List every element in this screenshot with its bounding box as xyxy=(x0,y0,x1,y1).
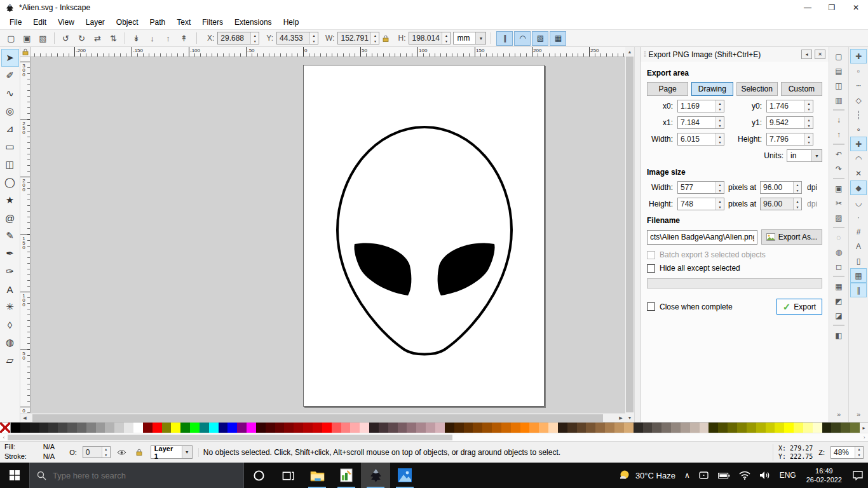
bezier-tool[interactable]: ✒ xyxy=(1,245,19,262)
snap-guides-toggle[interactable]: ∥ xyxy=(850,283,867,297)
image-width-spinner[interactable]: ▲▼ xyxy=(715,182,724,193)
palette-swatch[interactable] xyxy=(614,423,624,433)
scale-stroke-toggle[interactable]: ∥ xyxy=(496,31,513,46)
pencil-tool[interactable]: ✎ xyxy=(1,227,19,245)
palette-swatch[interactable] xyxy=(30,423,39,433)
lower-one-step-button[interactable]: ↓ xyxy=(144,31,160,46)
open-document-button[interactable]: ▤ xyxy=(831,64,847,78)
minimize-button[interactable]: — xyxy=(796,0,820,15)
spray-tool[interactable]: ✳ xyxy=(1,298,19,316)
snap-bbox-toggle[interactable]: ▫ xyxy=(850,64,867,78)
close-button[interactable]: ✕ xyxy=(844,0,868,15)
image-height-spinner[interactable]: ▲▼ xyxy=(715,198,724,210)
palette-swatch[interactable] xyxy=(520,423,530,433)
hide-except-selected-checkbox[interactable] xyxy=(647,264,655,273)
measure-tool[interactable]: ⊿ xyxy=(1,120,19,138)
palette-swatch[interactable] xyxy=(294,423,303,433)
palette-swatch[interactable] xyxy=(605,423,614,433)
y-field[interactable]: 44.353 ▲▼ xyxy=(276,32,318,44)
export-area-tab[interactable]: Selection xyxy=(736,82,778,96)
vertical-scrollbar-thumb[interactable] xyxy=(626,57,634,412)
spiral-tool[interactable]: @ xyxy=(1,209,19,227)
taskbar-search[interactable] xyxy=(29,463,244,488)
copy-button[interactable]: ▣ xyxy=(831,181,847,196)
palette-swatch[interactable] xyxy=(237,423,247,433)
box3d-tool[interactable]: ◫ xyxy=(1,156,19,173)
import-button[interactable]: ↓ xyxy=(831,112,847,127)
y1-spinner[interactable]: ▲▼ xyxy=(804,117,813,128)
x-field-spinner[interactable]: ▲▼ xyxy=(250,32,259,44)
show-hidden-icons-button[interactable]: ∧ xyxy=(680,463,695,488)
node-tool[interactable]: ✐ xyxy=(1,67,19,85)
text-tool[interactable]: A xyxy=(1,280,19,298)
menu-item[interactable]: Filters xyxy=(196,17,229,28)
palette-swatch[interactable] xyxy=(850,423,860,433)
image-width-field[interactable]: 577 ▲▼ xyxy=(677,181,724,194)
photo-editor-button[interactable] xyxy=(332,463,361,488)
snap-bbox-midpoints-toggle[interactable]: ┆ xyxy=(850,107,867,122)
image-height-field[interactable]: 748 ▲▼ xyxy=(677,198,724,210)
palette-swatch[interactable] xyxy=(153,423,162,433)
area-height-spinner[interactable]: ▲▼ xyxy=(804,133,813,145)
horizontal-scrollbar-thumb[interactable] xyxy=(32,414,603,422)
menu-item[interactable]: Help xyxy=(278,17,305,28)
palette-swatch[interactable] xyxy=(58,423,67,433)
palette-swatch[interactable] xyxy=(634,423,643,433)
area-width-field[interactable]: 6.015 ▲▼ xyxy=(677,133,724,146)
palette-swatch[interactable] xyxy=(86,423,96,433)
area-height-field[interactable]: 7.796 ▲▼ xyxy=(766,133,813,146)
palette-swatch[interactable] xyxy=(784,423,794,433)
palette-swatch[interactable] xyxy=(369,423,379,433)
scroll-right-icon[interactable]: ▶ xyxy=(616,414,625,423)
palette-swatch[interactable] xyxy=(661,423,671,433)
new-document-button[interactable]: ▢ xyxy=(831,49,847,64)
h-field-spinner[interactable]: ▲▼ xyxy=(442,32,450,44)
palette-swatch[interactable] xyxy=(77,423,86,433)
h-field[interactable]: 198.014 ▲▼ xyxy=(409,32,451,44)
clone-button[interactable]: ◩ xyxy=(831,294,847,308)
palette-swatch[interactable] xyxy=(464,423,473,433)
panel-collapse-button[interactable]: ◂ xyxy=(801,50,812,59)
cut-button[interactable]: ✂ xyxy=(831,196,847,210)
palette-swatch[interactable] xyxy=(652,423,661,433)
photos-app-button[interactable] xyxy=(390,463,419,488)
separator[interactable] xyxy=(833,276,844,277)
palette-swatch[interactable] xyxy=(124,423,133,433)
palette-swatch[interactable] xyxy=(794,423,803,433)
palette-swatch[interactable] xyxy=(313,423,322,433)
palette-swatch[interactable] xyxy=(162,423,172,433)
palette-swatch[interactable] xyxy=(700,423,709,433)
palette-swatch[interactable] xyxy=(501,423,511,433)
palette-swatch[interactable] xyxy=(548,423,558,433)
palette-swatch[interactable] xyxy=(180,423,190,433)
canvas[interactable] xyxy=(31,57,625,413)
palette-scrollbar-thumb[interactable] xyxy=(8,435,452,440)
x1-field[interactable]: 7.184 ▲▼ xyxy=(677,116,724,129)
palette-swatch[interactable] xyxy=(350,423,360,433)
horizontal-ruler[interactable]: -200-150-100-50050100150200250 xyxy=(31,47,625,57)
undo-button[interactable]: ↶ xyxy=(831,147,847,161)
vertical-scrollbar[interactable]: ▲ ▼ xyxy=(625,47,634,422)
palette-swatch[interactable] xyxy=(247,423,256,433)
palette-swatch[interactable] xyxy=(398,423,407,433)
eraser-tool[interactable]: ◊ xyxy=(1,316,19,334)
menu-item[interactable]: Edit xyxy=(27,17,52,28)
rotate-ccw-button[interactable]: ↺ xyxy=(58,31,74,46)
w-field[interactable]: 152.791 ▲▼ xyxy=(337,32,379,44)
selector-tool[interactable]: ➤ xyxy=(1,49,19,67)
scale-gradient-toggle[interactable]: ▧ xyxy=(532,31,548,46)
print-button[interactable]: ▥ xyxy=(831,93,847,107)
palette-swatch[interactable] xyxy=(841,423,850,433)
flip-horizontal-button[interactable]: ⇄ xyxy=(90,31,105,46)
group-button[interactable]: ◧ xyxy=(831,328,847,342)
separator[interactable] xyxy=(125,32,125,44)
palette-scroll-right-icon[interactable]: › xyxy=(860,435,868,440)
palette-swatch[interactable] xyxy=(114,423,124,433)
palette-swatch[interactable] xyxy=(190,423,200,433)
layer-lock-icon[interactable] xyxy=(133,447,145,458)
vertical-ruler[interactable]: 300250200150100500 xyxy=(20,57,31,413)
export-button[interactable]: ✓ Export xyxy=(776,299,822,315)
layer-visibility-icon[interactable] xyxy=(116,447,128,458)
separator[interactable] xyxy=(54,32,55,44)
palette-swatch[interactable] xyxy=(96,423,105,433)
